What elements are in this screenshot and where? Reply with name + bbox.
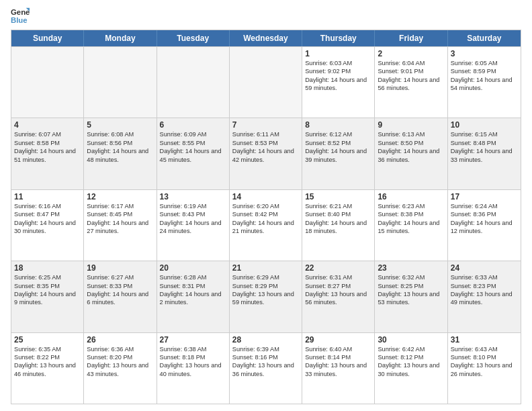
page: General Blue SundayMondayTuesdayWednesda…	[0, 0, 532, 411]
svg-text:General: General	[11, 8, 30, 16]
day-cell-30: 30Sunrise: 6:42 AMSunset: 8:12 PMDayligh…	[375, 333, 447, 404]
cell-info-line: Daylight: 14 hours and 27 minutes.	[87, 219, 153, 236]
day-number: 22	[305, 263, 371, 273]
calendar-row: 11Sunrise: 6:16 AMSunset: 8:47 PMDayligh…	[11, 189, 521, 261]
cell-info-line: Sunrise: 6:33 AM	[451, 273, 518, 281]
empty-cell	[230, 47, 302, 118]
cell-info-line: Daylight: 14 hours and 42 minutes.	[232, 147, 299, 164]
day-number: 7	[232, 120, 299, 130]
cell-info-line: Daylight: 14 hours and 21 minutes.	[232, 219, 299, 236]
day-cell-11: 11Sunrise: 6:16 AMSunset: 8:47 PMDayligh…	[11, 190, 84, 261]
header-cell-monday: Monday	[84, 30, 157, 46]
cell-info-line: Sunset: 8:29 PM	[232, 282, 299, 290]
cell-info-line: Daylight: 14 hours and 48 minutes.	[87, 147, 153, 164]
cell-info-line: Daylight: 13 hours and 26 minutes.	[451, 361, 518, 378]
day-number: 30	[378, 335, 444, 345]
cell-info-line: Sunset: 8:56 PM	[87, 139, 153, 147]
day-number: 4	[14, 120, 81, 130]
cell-info-line: Daylight: 14 hours and 6 minutes.	[87, 290, 153, 307]
cell-info-line: Daylight: 13 hours and 33 minutes.	[305, 361, 371, 378]
cell-info-line: Sunrise: 6:28 AM	[160, 273, 226, 281]
day-cell-21: 21Sunrise: 6:29 AMSunset: 8:29 PMDayligh…	[230, 261, 302, 332]
cell-info-line: Sunrise: 6:13 AM	[378, 130, 444, 138]
day-cell-20: 20Sunrise: 6:28 AMSunset: 8:31 PMDayligh…	[157, 261, 230, 332]
day-cell-17: 17Sunrise: 6:24 AMSunset: 8:36 PMDayligh…	[448, 190, 521, 261]
cell-info-line: Daylight: 13 hours and 49 minutes.	[451, 290, 518, 307]
cell-info-line: Daylight: 13 hours and 59 minutes.	[232, 290, 299, 307]
cell-info-line: Sunrise: 6:17 AM	[87, 202, 153, 210]
cell-info-line: Daylight: 13 hours and 43 minutes.	[87, 361, 153, 378]
cell-info-line: Daylight: 14 hours and 2 minutes.	[160, 290, 226, 307]
day-cell-4: 4Sunrise: 6:07 AMSunset: 8:58 PMDaylight…	[11, 118, 84, 189]
cell-info-line: Daylight: 14 hours and 24 minutes.	[160, 219, 226, 236]
day-number: 31	[451, 335, 518, 345]
cell-info-line: Sunrise: 6:40 AM	[305, 345, 371, 353]
day-cell-3: 3Sunrise: 6:05 AMSunset: 8:59 PMDaylight…	[448, 47, 521, 118]
cell-info-line: Sunrise: 6:27 AM	[87, 273, 153, 281]
day-number: 15	[305, 192, 371, 201]
cell-info-line: Sunrise: 6:31 AM	[305, 273, 371, 281]
day-cell-13: 13Sunrise: 6:19 AMSunset: 8:43 PMDayligh…	[157, 190, 230, 261]
empty-cell	[11, 47, 84, 118]
day-cell-25: 25Sunrise: 6:35 AMSunset: 8:22 PMDayligh…	[11, 333, 84, 404]
cell-info-line: Daylight: 13 hours and 46 minutes.	[14, 361, 81, 378]
day-number: 26	[87, 335, 153, 345]
cell-info-line: Daylight: 13 hours and 40 minutes.	[160, 361, 226, 378]
day-cell-19: 19Sunrise: 6:27 AMSunset: 8:33 PMDayligh…	[84, 261, 157, 332]
cell-info-line: Sunrise: 6:15 AM	[451, 130, 518, 138]
cell-info-line: Sunset: 8:50 PM	[378, 139, 444, 147]
day-number: 2	[378, 49, 444, 58]
cell-info-line: Sunrise: 6:21 AM	[305, 202, 371, 210]
cell-info-line: Sunset: 8:20 PM	[87, 353, 153, 361]
cell-info-line: Sunrise: 6:32 AM	[378, 273, 444, 281]
day-cell-12: 12Sunrise: 6:17 AMSunset: 8:45 PMDayligh…	[84, 190, 157, 261]
day-cell-18: 18Sunrise: 6:25 AMSunset: 8:35 PMDayligh…	[11, 261, 84, 332]
day-cell-23: 23Sunrise: 6:32 AMSunset: 8:25 PMDayligh…	[375, 261, 447, 332]
cell-info-line: Sunset: 8:22 PM	[14, 353, 81, 361]
calendar-row: 1Sunrise: 6:03 AMSunset: 9:02 PMDaylight…	[11, 46, 521, 118]
cell-info-line: Sunset: 8:23 PM	[451, 282, 518, 290]
day-number: 8	[305, 120, 371, 130]
header: General Blue	[11, 7, 521, 26]
day-number: 6	[160, 120, 226, 130]
day-number: 29	[305, 335, 371, 345]
cell-info-line: Sunset: 8:25 PM	[378, 282, 444, 290]
cell-info-line: Daylight: 14 hours and 45 minutes.	[160, 147, 226, 164]
header-cell-friday: Friday	[375, 30, 447, 46]
cell-info-line: Daylight: 14 hours and 59 minutes.	[305, 76, 371, 93]
cell-info-line: Sunrise: 6:39 AM	[232, 345, 299, 353]
calendar-header: SundayMondayTuesdayWednesdayThursdayFrid…	[11, 30, 521, 46]
cell-info-line: Sunset: 8:27 PM	[305, 282, 371, 290]
cell-info-line: Daylight: 13 hours and 30 minutes.	[378, 361, 444, 378]
cell-info-line: Sunset: 8:43 PM	[160, 210, 226, 218]
cell-info-line: Sunrise: 6:12 AM	[305, 130, 371, 138]
cell-info-line: Sunrise: 6:43 AM	[451, 345, 518, 353]
calendar-row: 18Sunrise: 6:25 AMSunset: 8:35 PMDayligh…	[11, 261, 521, 332]
day-cell-2: 2Sunrise: 6:04 AMSunset: 9:01 PMDaylight…	[375, 47, 447, 118]
cell-info-line: Sunset: 8:33 PM	[87, 282, 153, 290]
cell-info-line: Sunset: 8:10 PM	[451, 353, 518, 361]
day-cell-27: 27Sunrise: 6:38 AMSunset: 8:18 PMDayligh…	[157, 333, 230, 404]
cell-info-line: Sunset: 8:18 PM	[160, 353, 226, 361]
cell-info-line: Sunrise: 6:23 AM	[378, 202, 444, 210]
day-number: 14	[232, 192, 299, 201]
day-cell-8: 8Sunrise: 6:12 AMSunset: 8:52 PMDaylight…	[302, 118, 375, 189]
cell-info-line: Sunset: 8:45 PM	[87, 210, 153, 218]
calendar: SundayMondayTuesdayWednesdayThursdayFrid…	[11, 30, 521, 404]
cell-info-line: Daylight: 14 hours and 15 minutes.	[378, 219, 444, 236]
cell-info-line: Daylight: 14 hours and 54 minutes.	[451, 76, 518, 93]
cell-info-line: Daylight: 14 hours and 33 minutes.	[451, 147, 518, 164]
header-cell-thursday: Thursday	[302, 30, 375, 46]
cell-info-line: Sunrise: 6:11 AM	[232, 130, 299, 138]
day-cell-26: 26Sunrise: 6:36 AMSunset: 8:20 PMDayligh…	[84, 333, 157, 404]
header-cell-tuesday: Tuesday	[157, 30, 230, 46]
day-number: 1	[305, 49, 371, 58]
day-cell-6: 6Sunrise: 6:09 AMSunset: 8:55 PMDaylight…	[157, 118, 230, 189]
cell-info-line: Sunset: 8:36 PM	[451, 210, 518, 218]
header-cell-saturday: Saturday	[448, 30, 521, 46]
day-cell-29: 29Sunrise: 6:40 AMSunset: 8:14 PMDayligh…	[302, 333, 375, 404]
cell-info-line: Daylight: 13 hours and 53 minutes.	[378, 290, 444, 307]
cell-info-line: Sunset: 8:47 PM	[14, 210, 81, 218]
day-cell-5: 5Sunrise: 6:08 AMSunset: 8:56 PMDaylight…	[84, 118, 157, 189]
cell-info-line: Daylight: 14 hours and 51 minutes.	[14, 147, 81, 164]
